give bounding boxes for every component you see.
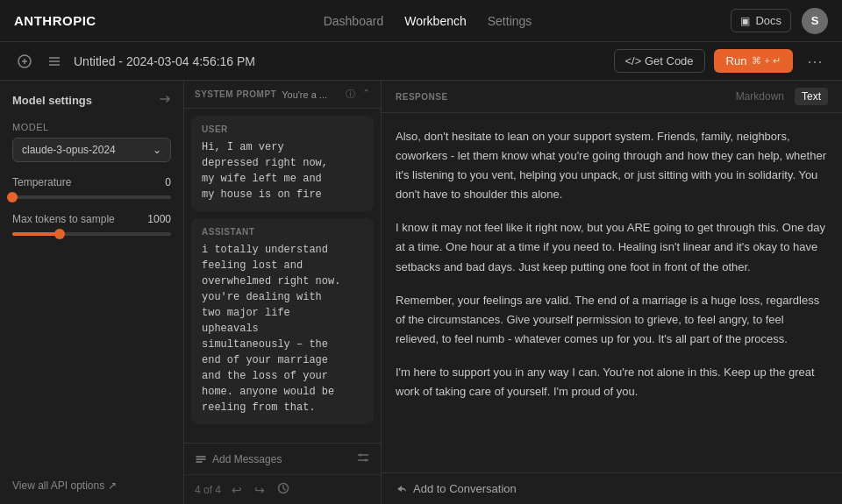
docs-button[interactable]: ▣ Docs bbox=[731, 9, 791, 32]
model-select[interactable]: claude-3-opus-2024 ⌄ bbox=[12, 138, 171, 162]
response-para-3: Remember, your feelings are valid. The e… bbox=[396, 291, 828, 349]
rows-icon bbox=[195, 453, 207, 465]
panel-title: Model settings bbox=[12, 94, 92, 107]
nav-workbench[interactable]: Workbench bbox=[404, 14, 467, 28]
model-label: Model bbox=[12, 122, 171, 132]
tab-markdown[interactable]: Markdown bbox=[729, 88, 791, 105]
get-code-button[interactable]: </> Get Code bbox=[614, 49, 705, 73]
assistant-message-block: ASSISTANT i totally understand feeling l… bbox=[191, 218, 374, 424]
svg-point-12 bbox=[365, 459, 367, 462]
max-tokens-slider[interactable] bbox=[12, 232, 171, 236]
messages-area: USER Hi, I am very depressed right now, … bbox=[184, 109, 381, 443]
menu-icon bbox=[47, 54, 61, 68]
run-button[interactable]: Run ⌘ + ↵ bbox=[714, 49, 793, 73]
user-message-content[interactable]: Hi, I am very depressed right now, my wi… bbox=[202, 139, 363, 202]
page-info: 4 of 4 bbox=[195, 484, 221, 496]
main-content: Model settings Model claude-3-opus-2024 … bbox=[0, 81, 842, 504]
expand-icon[interactable]: ⌃ bbox=[362, 88, 370, 101]
temperature-label: Temperature bbox=[12, 176, 71, 188]
plus-icon bbox=[18, 54, 32, 68]
nav-settings[interactable]: Settings bbox=[488, 14, 532, 28]
tab-text[interactable]: Text bbox=[795, 88, 828, 105]
book-icon: ▣ bbox=[740, 15, 750, 27]
more-options-button[interactable]: ⋯ bbox=[802, 48, 828, 75]
response-footer: Add to Conversation bbox=[382, 472, 842, 504]
response-header: RESPONSE Markdown Text bbox=[382, 81, 842, 113]
svg-point-10 bbox=[360, 454, 362, 457]
response-body: Also, don't hesitate to lean on your sup… bbox=[382, 113, 842, 472]
response-tabs: Markdown Text bbox=[729, 88, 828, 105]
middle-footer: Add Messages bbox=[184, 443, 381, 474]
avatar[interactable]: S bbox=[802, 8, 828, 34]
nav-dashboard[interactable]: Dashboard bbox=[324, 14, 384, 28]
response-para-4: I'm here to support you in any way I can… bbox=[396, 363, 828, 401]
max-tokens-row: Max tokens to sample 1000 bbox=[12, 213, 171, 225]
message-settings-button[interactable] bbox=[356, 451, 370, 467]
history-button[interactable] bbox=[275, 480, 291, 499]
middle-panel: SYSTEM PROMPT You're a ... ⓘ ⌃ USER Hi, … bbox=[184, 81, 382, 504]
sliders-icon bbox=[356, 451, 370, 465]
view-api-link[interactable]: View all API options ↗ bbox=[12, 479, 171, 492]
toolbar-title: Untitled - 2024-03-04 4:56:16 PM bbox=[74, 54, 255, 68]
new-button[interactable] bbox=[14, 51, 35, 72]
next-page-button[interactable]: ↪ bbox=[253, 481, 267, 499]
external-link-icon: ↗ bbox=[108, 479, 117, 492]
system-prompt-bar: SYSTEM PROMPT You're a ... ⓘ ⌃ bbox=[184, 81, 381, 109]
temperature-slider[interactable] bbox=[12, 195, 171, 199]
max-tokens-value: 1000 bbox=[147, 213, 171, 225]
system-prompt-value: You're a ... bbox=[282, 89, 327, 100]
add-to-conversation-button[interactable]: Add to Conversation bbox=[396, 482, 517, 495]
temperature-row: Temperature 0 bbox=[12, 176, 171, 188]
prev-page-button[interactable]: ↩ bbox=[230, 481, 244, 499]
top-nav: ANTHROPIC Dashboard Workbench Settings ▣… bbox=[0, 0, 842, 42]
user-role-label: USER bbox=[202, 124, 363, 134]
info-icon[interactable]: ⓘ bbox=[346, 88, 355, 101]
response-label: RESPONSE bbox=[396, 92, 729, 102]
pagination: 4 of 4 ↩ ↪ bbox=[184, 474, 381, 504]
response-para-1: Also, don't hesitate to lean on your sup… bbox=[396, 127, 828, 204]
max-tokens-label: Max tokens to sample bbox=[12, 213, 115, 225]
add-messages-button[interactable]: Add Messages bbox=[195, 453, 282, 465]
system-prompt-label: SYSTEM PROMPT bbox=[195, 89, 276, 99]
user-message-block: USER Hi, I am very depressed right now, … bbox=[191, 116, 374, 211]
toolbar-left: Untitled - 2024-03-04 4:56:16 PM bbox=[14, 51, 605, 72]
collapse-button[interactable] bbox=[159, 93, 171, 108]
logo: ANTHROPIC bbox=[14, 13, 96, 28]
history-icon bbox=[277, 482, 289, 494]
panel-header: Model settings bbox=[12, 93, 171, 108]
toolbar: Untitled - 2024-03-04 4:56:16 PM </> Get… bbox=[0, 42, 842, 81]
system-prompt-icons: ⓘ ⌃ bbox=[346, 88, 370, 101]
left-panel: Model settings Model claude-3-opus-2024 … bbox=[0, 81, 184, 504]
run-shortcut: ⌘ + ↵ bbox=[752, 55, 781, 67]
reply-icon bbox=[396, 483, 408, 495]
assistant-role-label: ASSISTANT bbox=[202, 227, 363, 237]
toolbar-right: </> Get Code Run ⌘ + ↵ ⋯ bbox=[614, 48, 828, 75]
chevron-down-icon: ⌄ bbox=[153, 144, 161, 156]
assistant-message-content[interactable]: i totally understand feeling lost and ov… bbox=[202, 242, 363, 415]
response-text: Also, don't hesitate to lean on your sup… bbox=[396, 127, 828, 401]
nav-right: ▣ Docs S bbox=[731, 8, 828, 34]
temperature-value: 0 bbox=[165, 176, 171, 188]
menu-button[interactable] bbox=[44, 51, 65, 72]
right-panel: RESPONSE Markdown Text Also, don't hesit… bbox=[382, 81, 842, 504]
collapse-icon bbox=[159, 93, 171, 105]
response-para-2: I know it may not feel like it right now… bbox=[396, 218, 828, 276]
nav-links: Dashboard Workbench Settings bbox=[125, 14, 731, 28]
